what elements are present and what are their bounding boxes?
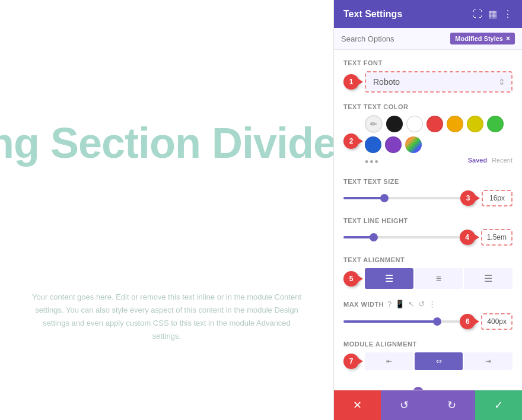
color-row: ✏ (365, 115, 513, 153)
line-height-section: Text Line Height 4 1.5em (343, 217, 513, 246)
max-width-fill (343, 320, 436, 323)
columns-icon[interactable]: ▦ (488, 8, 497, 20)
mw-device-icon[interactable]: 📱 (395, 300, 405, 308)
line-height-value[interactable]: 1.5em (481, 229, 513, 246)
max-width-thumb[interactable] (433, 317, 441, 326)
color-swatch-white[interactable] (406, 116, 423, 132)
color-swatch-purple[interactable] (385, 136, 402, 153)
module-align-row: ⇤ ⇔ ⇥ (365, 352, 513, 370)
canvas-heading: ng Section Divide (0, 119, 333, 167)
step-2-badge: 2 (343, 133, 359, 149)
line-height-label: Text Line Height (343, 217, 513, 224)
step-1-badge: 1 (343, 74, 359, 90)
color-more-dots[interactable]: ••• (365, 157, 380, 167)
text-size-thumb[interactable] (380, 194, 389, 202)
text-color-section: Text Text Color 2 ✏ ••• (343, 103, 513, 167)
align-row: ☰ ≡ ☰ (365, 268, 513, 289)
color-swatch-red[interactable] (426, 116, 443, 132)
text-font-label: Text Font (343, 59, 513, 66)
modified-styles-badge: Modified Styles × (450, 33, 515, 44)
font-select[interactable]: Roboto Open Sans Lato (366, 72, 511, 91)
color-swatch-gradient[interactable] (405, 136, 422, 153)
text-size-value-wrapper: 3 16px (482, 190, 513, 206)
font-select-wrapper: Roboto Open Sans Lato ⇕ (365, 71, 513, 93)
text-alignment-label: Text Alignment (343, 256, 513, 263)
color-swatch-blue[interactable] (365, 136, 381, 153)
module-align-right-btn[interactable]: ⇥ (464, 352, 513, 370)
color-swatch-black[interactable] (386, 116, 403, 132)
line-height-thumb[interactable] (370, 233, 378, 241)
step-7-badge: 7 (343, 354, 359, 369)
expand-icon[interactable]: ⛶ (473, 9, 482, 20)
redo-button[interactable]: ↻ (428, 390, 475, 420)
color-swatch-orange[interactable] (447, 116, 463, 132)
module-alignment-label: Module Alignment (343, 341, 513, 348)
panel-content: Text Font 1 Roboto Open Sans Lato ⇕ Text… (334, 50, 522, 390)
module-alignment-section: Module Alignment 7 ⇤ ⇔ ⇥ (343, 341, 513, 370)
canvas-body-text: Your content goes here. Edit or remove t… (30, 291, 304, 343)
align-left-btn[interactable]: ☰ (365, 268, 413, 289)
text-size-row: 3 16px (343, 190, 513, 206)
module-alignment-wrapper: 7 ⇤ ⇔ ⇥ (365, 352, 513, 370)
settings-panel: Text Settings ⛶ ▦ ⋮ Modified Styles × Te… (333, 0, 522, 420)
color-swatch-green[interactable] (487, 116, 504, 132)
mw-more-icon[interactable]: ⋮ (428, 300, 436, 308)
max-width-icons: ? 📱 ↖ ↺ ⋮ (387, 300, 436, 308)
text-size-label: Text Text Size (343, 178, 513, 185)
align-center-btn[interactable]: ≡ (415, 268, 463, 289)
module-align-center-btn[interactable]: ⇔ (415, 352, 463, 370)
text-size-track[interactable] (343, 197, 476, 199)
max-width-value-wrapper: 6 400px (481, 313, 513, 330)
text-font-section: Text Font 1 Roboto Open Sans Lato ⇕ (343, 59, 513, 93)
mw-cursor-icon[interactable]: ↖ (408, 300, 415, 308)
module-align-left-btn[interactable]: ⇤ (365, 352, 413, 370)
modified-styles-label: Modified Styles (455, 35, 503, 42)
text-alignment-wrapper: 5 ☰ ≡ ☰ (365, 268, 513, 289)
more-icon[interactable]: ⋮ (503, 8, 513, 20)
step-6-badge: 6 (460, 314, 475, 329)
color-recent-link[interactable]: Recent (492, 157, 513, 167)
line-height-row: 4 1.5em (343, 229, 513, 246)
panel-title: Text Settings (343, 9, 402, 20)
line-height-track[interactable] (343, 236, 475, 238)
max-width-label: Max Width (343, 301, 384, 308)
reset-button[interactable]: ↺ (381, 390, 428, 420)
text-color-wrapper: 2 ✏ ••• Saved Recen (365, 115, 513, 167)
mw-question-icon[interactable]: ? (387, 300, 392, 308)
line-height-value-wrapper: 4 1.5em (481, 229, 513, 246)
step-3-badge: 3 (460, 190, 476, 206)
text-size-fill (343, 197, 383, 199)
text-color-label: Text Text Color (343, 103, 513, 110)
color-swatch-yellow[interactable] (467, 116, 483, 132)
line-height-fill (343, 236, 373, 238)
save-button[interactable]: ✓ (475, 390, 522, 420)
color-meta-links: Saved Recent (468, 157, 513, 167)
step-5-badge: 5 (343, 271, 359, 287)
search-bar: Modified Styles × (334, 28, 522, 50)
text-font-wrapper: 1 Roboto Open Sans Lato ⇕ (365, 71, 513, 93)
max-width-track[interactable] (343, 320, 475, 323)
canvas-area: ng Section Divide Your content goes here… (0, 0, 333, 420)
max-width-row: 6 400px (343, 313, 513, 330)
color-meta: ••• Saved Recent (365, 157, 513, 167)
text-size-value[interactable]: 16px (482, 190, 513, 206)
color-picker-btn[interactable]: ✏ (365, 115, 383, 133)
align-right-btn[interactable]: ☰ (464, 268, 513, 289)
max-width-section: Max Width ? 📱 ↖ ↺ ⋮ 6 400px (343, 300, 513, 330)
panel-header: Text Settings ⛶ ▦ ⋮ (334, 0, 522, 28)
text-alignment-section: Text Alignment 5 ☰ ≡ ☰ (343, 256, 513, 289)
panel-footer: ✕ ↺ ↻ ✓ (334, 390, 522, 420)
text-size-section: Text Text Size 3 16px (343, 178, 513, 206)
modified-styles-close[interactable]: × (506, 34, 510, 43)
cancel-button[interactable]: ✕ (334, 390, 381, 420)
max-width-value[interactable]: 400px (481, 313, 513, 330)
panel-header-icons: ⛶ ▦ ⋮ (473, 8, 513, 20)
color-saved-link[interactable]: Saved (468, 157, 487, 167)
search-input[interactable] (341, 34, 450, 43)
max-width-header: Max Width ? 📱 ↖ ↺ ⋮ (343, 300, 513, 308)
step-4-badge: 4 (460, 230, 475, 245)
mw-reset-icon[interactable]: ↺ (418, 300, 425, 308)
help-row[interactable]: ? Help (343, 381, 513, 390)
